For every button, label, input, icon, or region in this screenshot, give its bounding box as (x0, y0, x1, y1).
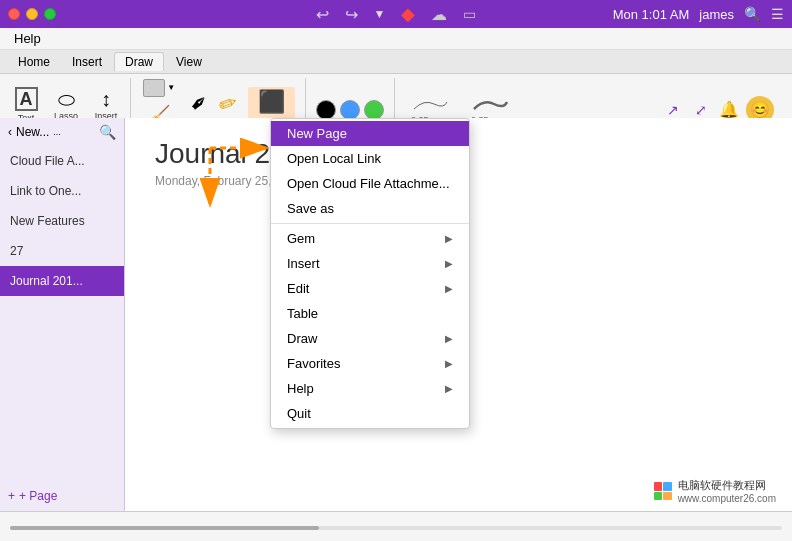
win-quad-2 (663, 482, 672, 491)
menu-item-table[interactable]: Table (271, 301, 469, 326)
sidebar-item-cloud-file[interactable]: Cloud File A... (0, 146, 124, 176)
menu-item-help[interactable]: Help ▶ (271, 376, 469, 401)
monitor-icon: ▭ (459, 4, 480, 24)
tab-view[interactable]: View (166, 53, 212, 71)
add-page-button[interactable]: + + Page (0, 481, 124, 511)
menu-item-draw[interactable]: Draw ▶ (271, 326, 469, 351)
menu-separator-1 (271, 223, 469, 224)
sidebar-header: ‹ New... ... 🔍 (0, 118, 124, 146)
scroll-thumb (10, 526, 319, 530)
menu-item-open-cloud[interactable]: Open Cloud File Attachme... (271, 171, 469, 196)
highlighter-icon: ⬛ (258, 89, 285, 115)
lasso-select-icon: ⬭ (58, 89, 75, 109)
menu-item-open-cloud-label: Open Cloud File Attachme... (287, 176, 450, 191)
sidebar-item-journal[interactable]: Journal 201... (0, 266, 124, 296)
sidebar-item-link-to-one[interactable]: Link to One... (0, 176, 124, 206)
username-label: james (699, 7, 734, 22)
help-arrow-icon: ▶ (445, 383, 453, 394)
insert-arrow-icon: ▶ (445, 258, 453, 269)
dropdown-menu: New Page Open Local Link Open Cloud File… (270, 118, 470, 429)
close-button[interactable] (8, 8, 20, 20)
maximize-button[interactable] (44, 8, 56, 20)
titlebar-right: Mon 1:01 AM james 🔍 ☰ (613, 6, 784, 22)
watermark-text: 电脑软硬件教程网 www.computer26.com (678, 478, 776, 504)
tab-home[interactable]: Home (8, 53, 60, 71)
stroke-curve-thin (409, 94, 449, 114)
ribbon-tabs: Home Insert Draw View (0, 50, 792, 74)
back-icon: ‹ (8, 125, 12, 139)
undo-button[interactable]: ↩ (312, 3, 333, 26)
win-quad-1 (654, 482, 663, 491)
sidebar-back-button[interactable]: ‹ New... ... (8, 125, 61, 139)
add-page-label: + Page (19, 489, 57, 503)
sidebar-item-new-features[interactable]: New Features (0, 206, 124, 236)
gem-arrow-icon: ▶ (445, 233, 453, 244)
titlebar: ↩ ↪ ▼ ◆ ☁ ▭ Mon 1:01 AM james 🔍 ☰ (0, 0, 792, 28)
redo-button[interactable]: ↪ (341, 3, 362, 26)
insert-space-icon: ↕ (101, 89, 111, 109)
menu-item-gem[interactable]: Gem ▶ (271, 226, 469, 251)
menu-item-edit[interactable]: Edit ▶ (271, 276, 469, 301)
watermark-name: 电脑软硬件教程网 (678, 478, 776, 493)
menu-item-open-local-link[interactable]: Open Local Link (271, 146, 469, 171)
gem-icon: ◆ (397, 1, 419, 27)
help-menu[interactable]: Help (10, 28, 45, 49)
traffic-lights (8, 8, 56, 20)
menu-item-save-as[interactable]: Save as (271, 196, 469, 221)
menu-icon[interactable]: ☰ (771, 6, 784, 22)
menu-item-quit[interactable]: Quit (271, 401, 469, 426)
menu-item-favorites[interactable]: Favorites ▶ (271, 351, 469, 376)
customize-button[interactable]: ▼ (370, 5, 390, 23)
menu-item-quit-label: Quit (287, 406, 311, 421)
menu-item-insert[interactable]: Insert ▶ (271, 251, 469, 276)
titlebar-center: ↩ ↪ ▼ ◆ ☁ ▭ (312, 1, 481, 27)
tab-insert[interactable]: Insert (62, 53, 112, 71)
color-swatch-1[interactable] (143, 79, 165, 97)
win-quad-4 (663, 492, 672, 501)
color-green[interactable] (364, 100, 384, 120)
watermark-url: www.computer26.com (678, 493, 776, 504)
sidebar-search-button[interactable]: 🔍 (99, 124, 116, 140)
menu-item-gem-label: Gem (287, 231, 315, 246)
color-black[interactable] (316, 100, 336, 120)
edit-arrow-icon: ▶ (445, 283, 453, 294)
scroll-indicator[interactable] (10, 526, 782, 530)
menu-item-draw-label: Draw (287, 331, 317, 346)
color-dropdown-arrow[interactable]: ▼ (167, 83, 175, 92)
menu-item-table-label: Table (287, 306, 318, 321)
menu-item-open-local-link-label: Open Local Link (287, 151, 381, 166)
menu-item-new-page[interactable]: New Page (271, 121, 469, 146)
menu-item-favorites-label: Favorites (287, 356, 340, 371)
menu-item-save-as-label: Save as (287, 201, 334, 216)
menubar: Help (0, 28, 792, 50)
pen-icon: ✒ (183, 88, 214, 119)
search-icon[interactable]: 🔍 (744, 6, 761, 22)
color-blue[interactable] (340, 100, 360, 120)
tab-draw[interactable]: Draw (114, 52, 164, 71)
cloud-icon: ☁ (427, 3, 451, 26)
sidebar: ‹ New... ... 🔍 Cloud File A... Link to O… (0, 118, 125, 511)
sidebar-item-27[interactable]: 27 (0, 236, 124, 266)
menu-item-help-label: Help (287, 381, 314, 396)
marker-icon: ✏ (215, 88, 241, 119)
win-quad-3 (654, 492, 663, 501)
statusbar (0, 511, 792, 541)
favorites-arrow-icon: ▶ (445, 358, 453, 369)
watermark: 电脑软硬件教程网 www.computer26.com (648, 476, 782, 506)
stroke-curve-thick (469, 94, 509, 114)
system-time: Mon 1:01 AM (613, 7, 690, 22)
text-mode-icon: A (15, 87, 38, 111)
menu-item-insert-label: Insert (287, 256, 320, 271)
draw-arrow-icon: ▶ (445, 333, 453, 344)
minimize-button[interactable] (26, 8, 38, 20)
plus-icon: + (8, 489, 15, 503)
new-label: New... (16, 125, 49, 139)
windows-logo (654, 482, 672, 500)
menu-item-edit-label: Edit (287, 281, 309, 296)
help-menu-label: Help (14, 31, 41, 46)
menu-item-new-page-label: New Page (287, 126, 347, 141)
